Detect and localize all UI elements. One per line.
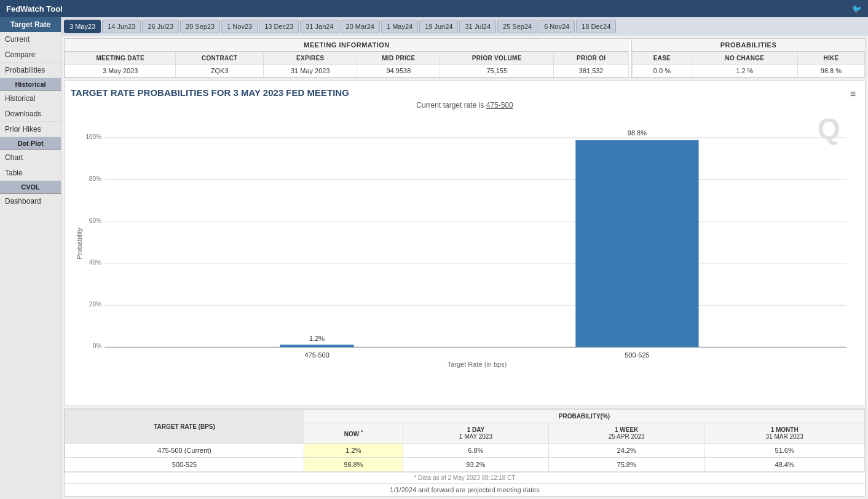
date-tab[interactable]: 20 Mar24 <box>341 20 380 33</box>
date-tab[interactable]: 31 Jul24 <box>459 20 496 33</box>
svg-text:Probability: Probability <box>76 228 83 260</box>
bar-500-525 <box>575 140 698 348</box>
date-tab[interactable]: 18 Dec24 <box>576 20 616 33</box>
sidebar-item-current[interactable]: Current <box>0 32 61 47</box>
date-tab[interactable]: 20 Sep23 <box>180 20 220 33</box>
svg-text:1.2%: 1.2% <box>309 335 325 342</box>
meeting-date-val: 3 May 2023 <box>65 65 176 78</box>
date-tab[interactable]: 31 Jan24 <box>300 20 339 33</box>
projected-note: 1/1/2024 and forward are projected meeti… <box>65 483 865 496</box>
month1-2: 48.4% <box>704 458 865 472</box>
sidebar-item-probabilities[interactable]: Probabilities <box>0 63 61 78</box>
sidebar-item-compare[interactable]: Compare <box>0 47 61 63</box>
col-prior-oi: PRIOR OI <box>554 52 629 65</box>
1month-col-header: 1 MONTH31 MAR 2023 <box>704 423 865 444</box>
meeting-info-table: MEETING DATE CONTRACT EXPIRES MID PRICE … <box>65 52 629 78</box>
contract-val: ZQK3 <box>176 65 264 78</box>
no-change-val: 1.2 % <box>692 65 797 78</box>
date-tab[interactable]: 1 Nov23 <box>221 20 258 33</box>
date-tab[interactable]: 13 Dec23 <box>259 20 299 33</box>
1week-col-header: 1 WEEK25 APR 2023 <box>549 423 704 444</box>
svg-text:80%: 80% <box>89 175 101 182</box>
dot-plot-group-label: Dot Plot <box>0 137 61 150</box>
svg-text:100%: 100% <box>86 134 102 140</box>
rate-2: 500-525 <box>65 458 304 472</box>
prior-volume-val: 75,155 <box>440 65 554 78</box>
target-rate-col-header: TARGET RATE (BPS) <box>65 410 304 444</box>
mid-price-val: 94.9538 <box>357 65 440 78</box>
day1-1: 6.8% <box>403 444 548 458</box>
col-ease: EASE <box>633 52 692 65</box>
rate-1: 475-500 (Current) <box>65 444 304 458</box>
date-tab[interactable]: 25 Sep24 <box>497 20 537 33</box>
sidebar-item-prior-hikes[interactable]: Prior Hikes <box>0 122 61 137</box>
svg-text:0%: 0% <box>93 343 102 349</box>
sidebar-item-dashboard[interactable]: Dashboard <box>0 194 61 209</box>
1day-col-header: 1 DAY1 MAY 2023 <box>403 423 548 444</box>
month1-1: 51.6% <box>704 444 865 458</box>
date-tab[interactable]: 26 Jul23 <box>142 20 179 33</box>
col-hike: HIKE <box>797 52 864 65</box>
target-rate-btn[interactable]: Target Rate <box>0 17 61 32</box>
col-mid-price: MID PRICE <box>357 52 440 65</box>
footnote: * Data as of 2 May 2023 08:12:18 CT <box>65 472 865 483</box>
now-col-header: NOW * <box>304 423 403 444</box>
chart-container: TARGET RATE PROBABILITIES FOR 3 MAY 2023… <box>64 81 866 406</box>
col-expires: EXPIRES <box>264 52 357 65</box>
bottom-table-container: TARGET RATE (BPS) PROBABILITY(%) NOW * 1… <box>64 409 866 497</box>
hamburger-icon[interactable]: ≡ <box>850 89 856 100</box>
now-1: 1.2% <box>304 444 403 458</box>
table-row: 500-525 98.8% 93.2% 75.8% 48.4% <box>65 458 865 472</box>
cvol-group-label: CVOL <box>0 181 61 194</box>
prob-table: EASE NO CHANGE HIKE 0.0 % 1.2 % 98.8 % <box>632 52 865 78</box>
bar-chart: Probability 0% 20% 40% 60% 80% 100% <box>71 114 859 373</box>
sidebar: Target Rate Current Compare Probabilitie… <box>0 17 61 499</box>
ease-val: 0.0 % <box>633 65 692 78</box>
probability-col-header: PROBABILITY(%) <box>304 410 865 423</box>
svg-text:60%: 60% <box>89 217 101 224</box>
svg-text:40%: 40% <box>89 259 101 266</box>
date-tab[interactable]: 3 May23 <box>64 20 101 33</box>
col-contract: CONTRACT <box>176 52 264 65</box>
chart-subtitle: Current target rate is 475-500 <box>71 101 859 110</box>
svg-text:Target Rate (in bps): Target Rate (in bps) <box>448 361 507 368</box>
app-title: FedWatch Tool <box>6 4 63 14</box>
bottom-table: TARGET RATE (BPS) PROBABILITY(%) NOW * 1… <box>65 409 865 472</box>
svg-text:98.8%: 98.8% <box>628 129 647 137</box>
prob-title: PROBABILITIES <box>632 39 865 52</box>
svg-text:20%: 20% <box>89 301 101 308</box>
main-panel: MEETING INFORMATION MEETING DATE CONTRAC… <box>61 36 868 499</box>
meeting-info-title: MEETING INFORMATION <box>65 39 629 52</box>
date-tab[interactable]: 6 Nov24 <box>539 20 575 33</box>
bar-475-500 <box>280 345 354 347</box>
col-meeting-date: MEETING DATE <box>65 52 176 65</box>
sidebar-item-downloads[interactable]: Downloads <box>0 106 61 122</box>
date-tab[interactable]: 19 Jun24 <box>419 20 458 33</box>
sidebar-item-historical[interactable]: Historical <box>0 91 61 106</box>
chart-title: TARGET RATE PROBABILITIES FOR 3 MAY 2023… <box>71 87 859 98</box>
svg-text:500-525: 500-525 <box>625 351 649 359</box>
day1-2: 93.2% <box>403 458 548 472</box>
now-2: 98.8% <box>304 458 403 472</box>
date-tabs: 3 May2314 Jun2326 Jul2320 Sep231 Nov2313… <box>61 17 868 36</box>
date-tab[interactable]: 14 Jun23 <box>102 20 141 33</box>
date-tab[interactable]: 1 May24 <box>381 20 418 33</box>
subtitle-prefix: Current target rate is <box>416 101 486 110</box>
historical-group-label: Historical <box>0 78 61 91</box>
info-row: MEETING INFORMATION MEETING DATE CONTRAC… <box>64 38 866 78</box>
probabilities-box: PROBABILITIES EASE NO CHANGE HIKE 0.0 % <box>631 39 865 78</box>
app-header: FedWatch Tool 🐦 <box>0 0 868 17</box>
meeting-info: MEETING INFORMATION MEETING DATE CONTRAC… <box>65 39 629 78</box>
col-prior-volume: PRIOR VOLUME <box>440 52 554 65</box>
table-row: 475-500 (Current) 1.2% 6.8% 24.2% 51.6% <box>65 444 865 458</box>
week1-2: 75.8% <box>549 458 704 472</box>
subtitle-rate: 475-500 <box>486 101 513 110</box>
sidebar-item-table[interactable]: Table <box>0 166 61 181</box>
sidebar-item-chart[interactable]: Chart <box>0 150 61 166</box>
week1-1: 24.2% <box>549 444 704 458</box>
svg-text:475-500: 475-500 <box>304 351 329 359</box>
expires-val: 31 May 2023 <box>264 65 357 78</box>
hike-val: 98.8 % <box>797 65 864 78</box>
col-no-change: NO CHANGE <box>692 52 797 65</box>
twitter-icon[interactable]: 🐦 <box>852 4 862 14</box>
